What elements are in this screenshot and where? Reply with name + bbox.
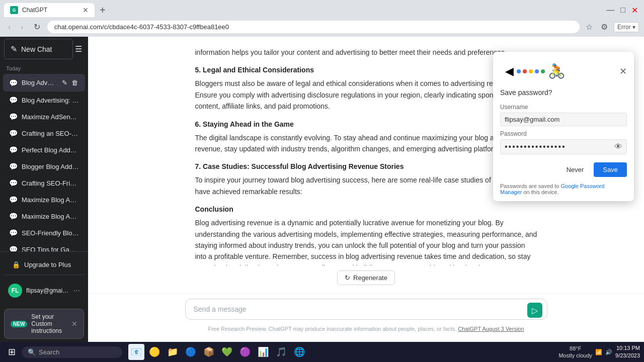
toast-new-badge: NEW	[11, 321, 27, 327]
taskbar: ⊞ 🔍 Search 📧 🟡 📁 🔵 📦 💚 🟣 📊 🎵 🌐 88°FMostl…	[0, 342, 644, 362]
sidebar-item-maximize-blog-1[interactable]: 💬 Maximize Blog Ad Revenue...	[3, 192, 85, 208]
sidebar-item-label: Blog Advertising Reve...	[22, 79, 57, 86]
sidebar-chat-list: 💬 Blog Advertising Reve... ✎ 🗑 💬 Blog Ad…	[0, 73, 88, 251]
taskbar-tray: 88°FMostly cloudy 📶 🔊 10:13 PM 9/23/2023	[558, 344, 640, 360]
conclusion-heading: Conclusion	[195, 205, 537, 213]
chat-icon-5: 💬	[9, 146, 18, 154]
send-button[interactable]: ▷	[527, 303, 542, 318]
new-tab-button[interactable]: +	[97, 5, 109, 16]
address-input[interactable]	[47, 21, 580, 33]
close-button[interactable]: ✕	[629, 4, 640, 17]
extensions-button[interactable]: ⚙	[599, 20, 610, 34]
chat-icon-2: 💬	[9, 96, 18, 104]
chat-icon-7: 💬	[9, 179, 18, 187]
footer-version-link[interactable]: ChatGPT August 3 Version	[458, 326, 524, 332]
sidebar-item-label-5: Perfect Blog Address Guide...	[22, 146, 79, 154]
tab-title: ChatGPT	[22, 7, 78, 14]
sidebar-item-blogger-blog[interactable]: 💬 Blogger Blog Address SEO...	[3, 158, 85, 174]
sidebar-item-perfect-blog[interactable]: 💬 Perfect Blog Address Guide...	[3, 142, 85, 158]
message-input[interactable]	[185, 299, 547, 320]
taskbar-date-display: 9/23/2023	[615, 352, 640, 359]
section7-heading: 7. Case Studies: Successful Blog Adverti…	[195, 162, 537, 170]
popup-password-value-row: •••••••••••••••• 👁	[500, 139, 627, 154]
taskbar-search-label: Search	[39, 348, 59, 356]
section5-heading: 5. Legal and Ethical Considerations	[195, 66, 537, 74]
edit-chat-button[interactable]: ✎	[61, 78, 68, 87]
sidebar-item-label-4: Crafting an SEO-Friendly UR...	[22, 130, 79, 137]
sidebar-item-crafting-seo-blog[interactable]: 💬 Crafting SEO-Friendly Blog A...	[3, 175, 85, 191]
dot-1	[517, 69, 521, 73]
active-tab[interactable]: G ChatGPT ✕	[4, 3, 95, 17]
taskbar-app-7[interactable]: 🟣	[237, 344, 253, 360]
volume-icon: 🔊	[605, 349, 612, 355]
regenerate-label: Regenerate	[353, 274, 387, 282]
sidebar-item-label-2: Blog Advertising: Real-life Ex...	[22, 97, 79, 104]
sidebar-item-maximize-adsense[interactable]: 💬 Maximize AdSense Revenu...	[3, 109, 85, 125]
toggle-password-icon[interactable]: 👁	[614, 142, 622, 151]
taskbar-app-3[interactable]: 📁	[165, 344, 181, 360]
taskbar-app-9[interactable]: 🎵	[273, 344, 289, 360]
popup-footer: Passwords are saved to Google Password M…	[493, 183, 634, 201]
reload-button[interactable]: ↻	[31, 20, 43, 34]
input-area: ▷ Free Research Preview. ChatGPT may pro…	[88, 293, 644, 342]
user-more-icon: ···	[73, 286, 80, 295]
minimize-button[interactable]: —	[604, 4, 616, 17]
sidebar-item-label-6: Blogger Blog Address SEO...	[22, 163, 79, 170]
tab-close-button[interactable]: ✕	[83, 6, 89, 14]
sidebar-item-seo-blog-account[interactable]: 💬 SEO-Friendly Blog Account N...	[3, 225, 85, 241]
taskbar-app-8[interactable]: 📊	[255, 344, 271, 360]
taskbar-search[interactable]: 🔍 Search	[22, 346, 122, 358]
taskbar-apps: 📧 🟡 📁 🔵 📦 💚 🟣 📊 🎵 🌐	[124, 344, 556, 360]
dot-3	[529, 69, 533, 73]
popup-save-button[interactable]: Save	[594, 162, 627, 177]
popup-footer-text: Passwords are saved to	[500, 183, 560, 189]
start-button[interactable]: ⊞	[4, 344, 20, 359]
maximize-button[interactable]: □	[618, 4, 627, 17]
cyclist-icon: 🚴	[548, 63, 566, 79]
sidebar-item-blog-advertising-real[interactable]: 💬 Blog Advertising: Real-life Ex...	[3, 92, 85, 108]
sidebar-item-label-7: Crafting SEO-Friendly Blog A...	[22, 179, 79, 187]
forward-button[interactable]: ›	[18, 21, 26, 34]
popup-actions: Never Save	[493, 156, 634, 183]
popup-close-button[interactable]: ✕	[619, 66, 627, 77]
new-chat-button[interactable]: ✎ New Chat	[4, 39, 73, 59]
chat-icon: 💬	[9, 79, 18, 87]
sidebar-item-seo-tips-gamers[interactable]: 💬 SEO Tips for Gamers	[3, 241, 85, 251]
taskbar-app-4[interactable]: 🔵	[183, 344, 199, 360]
sidebar-layout-button[interactable]: ☰	[73, 42, 84, 56]
chat-icon-6: 💬	[9, 162, 18, 170]
new-chat-label: New Chat	[21, 45, 52, 53]
regenerate-icon: ↻	[345, 274, 350, 282]
sidebar-item-maximize-blog-2[interactable]: 💬 Maximize Blog Ad Revenue...	[3, 208, 85, 224]
bookmark-button[interactable]: ☆	[584, 20, 595, 34]
sidebar-item-crafting-seo[interactable]: 💬 Crafting an SEO-Friendly UR...	[3, 125, 85, 141]
upgrade-button[interactable]: 🔒 Upgrade to Plus	[6, 257, 82, 273]
popup-password-dots: ••••••••••••••••	[505, 142, 566, 151]
taskbar-app-10[interactable]: 🌐	[291, 344, 307, 360]
sidebar-item-label-9: Maximize Blog Ad Revenue...	[22, 213, 79, 220]
popup-header: ◀ 🚴 ✕	[493, 52, 634, 88]
taskbar-app-1[interactable]: 📧	[128, 344, 144, 360]
popup-never-button[interactable]: Never	[560, 162, 590, 177]
toast-close-button[interactable]: ✕	[71, 320, 77, 328]
taskbar-app-2[interactable]: 🟡	[146, 344, 163, 360]
popup-password-label: Password	[500, 130, 627, 137]
popup-title: Save password?	[493, 88, 634, 102]
dots-animation	[517, 69, 545, 73]
taskbar-app-5[interactable]: 📦	[201, 344, 217, 360]
regenerate-button[interactable]: ↻ Regenerate	[337, 270, 395, 285]
delete-chat-button[interactable]: 🗑	[70, 78, 79, 87]
error-badge: Error ▾	[614, 22, 639, 32]
popup-animation: ◀ 🚴	[500, 58, 571, 84]
user-profile-button[interactable]: FL flipsay@gmail.com ···	[4, 280, 84, 302]
taskbar-app-6[interactable]: 💚	[219, 344, 235, 360]
back-button[interactable]: ‹	[5, 21, 14, 34]
popup-username-value: flipsay@gmail.com	[500, 113, 627, 126]
sidebar: ✎ New Chat ☰ Today 💬 Blog Advertising Re…	[0, 37, 88, 342]
section6-heading: 6. Staying Ahead in the Game	[195, 120, 537, 128]
new-chat-icon: ✎	[11, 44, 17, 54]
chat-icon-10: 💬	[9, 229, 18, 237]
dot-2	[523, 69, 527, 73]
sidebar-item-blog-advertising-reve[interactable]: 💬 Blog Advertising Reve... ✎ 🗑	[3, 74, 85, 92]
sidebar-item-label-8: Maximize Blog Ad Revenue...	[22, 196, 79, 204]
